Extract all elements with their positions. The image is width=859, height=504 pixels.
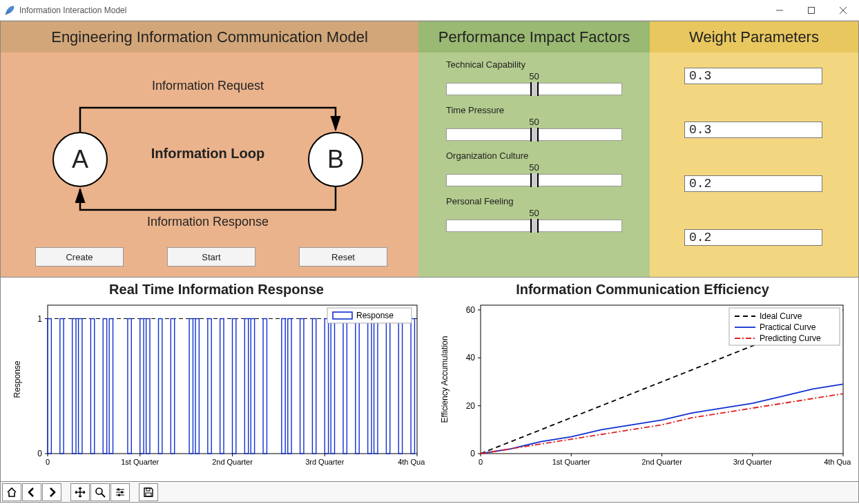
svg-rect-18 <box>128 319 131 454</box>
svg-rect-37 <box>343 319 347 454</box>
svg-rect-14 <box>79 319 82 454</box>
slider-technical-capability-track[interactable] <box>446 83 622 95</box>
svg-text:0: 0 <box>479 458 483 466</box>
svg-rect-13 <box>73 319 76 454</box>
svg-text:Efficiency Accumulation: Efficiency Accumulation <box>440 336 450 423</box>
app-content: Engineering Information Communication Mo… <box>0 21 859 503</box>
svg-rect-23 <box>189 319 193 454</box>
plots-area: Real Time Information Response 0101st Qu… <box>1 277 858 481</box>
slider-thumb[interactable] <box>530 128 539 142</box>
toolbar-back-icon[interactable] <box>22 483 41 501</box>
slider-time-pressure-track[interactable] <box>446 128 622 141</box>
svg-text:1st Quarter: 1st Quarter <box>121 458 159 466</box>
svg-text:40: 40 <box>466 353 476 362</box>
model-panel-header: Engineering Information Communication Mo… <box>1 21 418 52</box>
svg-rect-34 <box>312 319 316 454</box>
svg-rect-28 <box>244 319 248 454</box>
svg-rect-30 <box>263 319 267 454</box>
svg-text:Practical Curve: Practical Curve <box>760 322 816 332</box>
matplotlib-toolbar <box>1 481 858 502</box>
plot-efficiency-canvas[interactable]: 020406001st Quarter2nd Quarter3rd Quarte… <box>432 298 851 471</box>
slider-organization-culture-track[interactable] <box>446 174 622 186</box>
svg-rect-36 <box>331 319 334 454</box>
svg-rect-27 <box>233 319 236 454</box>
slider-time-pressure: Time Pressure 50 <box>446 105 622 141</box>
svg-rect-35 <box>325 319 328 454</box>
toolbar-configure-icon[interactable] <box>110 483 130 501</box>
weight-input-3[interactable]: 0.2 <box>684 175 822 192</box>
toolbar-home-icon[interactable] <box>2 483 21 501</box>
svg-rect-32 <box>288 319 291 454</box>
weight-input-1[interactable]: 0.3 <box>684 68 822 84</box>
svg-text:2nd Quarter: 2nd Quarter <box>641 458 682 466</box>
window-minimize-button[interactable] <box>764 0 795 21</box>
svg-rect-11 <box>48 319 51 454</box>
svg-rect-21 <box>159 319 162 454</box>
slider-thumb[interactable] <box>530 173 539 187</box>
reset-button[interactable]: Reset <box>299 247 387 266</box>
weight-input-4[interactable]: 0.2 <box>684 229 822 246</box>
svg-text:2nd Quarter: 2nd Quarter <box>212 458 253 466</box>
svg-rect-2 <box>809 7 815 13</box>
svg-rect-90 <box>117 488 119 490</box>
app-icon <box>4 5 15 16</box>
slider-thumb[interactable] <box>530 219 539 233</box>
slider-personal-feeling-track[interactable] <box>446 220 622 232</box>
svg-rect-39 <box>368 319 371 454</box>
label-information-request: Information Request <box>42 79 374 93</box>
svg-rect-38 <box>356 319 359 454</box>
plot-efficiency: Information Communication Efficiency 020… <box>432 280 853 481</box>
svg-text:4th Quarter: 4th Quarter <box>398 458 425 466</box>
plot-response-canvas[interactable]: 0101st Quarter2nd Quarter3rd Quarter4th … <box>6 298 425 471</box>
svg-rect-31 <box>282 319 285 454</box>
factors-panel: Performance Impact Factors Technical Cap… <box>418 21 650 277</box>
window-close-button[interactable] <box>827 0 859 21</box>
svg-text:0: 0 <box>470 449 475 458</box>
factors-panel-header: Performance Impact Factors <box>418 21 650 52</box>
slider-technical-capability: Technical Capability 50 <box>446 59 622 95</box>
svg-text:Predicting Curve: Predicting Curve <box>760 333 821 343</box>
svg-text:Ideal Curve: Ideal Curve <box>760 311 802 321</box>
svg-rect-26 <box>220 319 224 454</box>
svg-line-86 <box>102 494 105 497</box>
plot-response: Real Time Information Response 0101st Qu… <box>6 280 427 481</box>
start-button[interactable]: Start <box>167 247 255 266</box>
svg-rect-33 <box>300 319 304 454</box>
toolbar-forward-icon[interactable] <box>42 483 61 501</box>
svg-rect-15 <box>90 319 94 454</box>
svg-text:20: 20 <box>466 401 476 411</box>
label-information-loop: Information Loop <box>42 146 374 162</box>
svg-rect-17 <box>109 319 113 454</box>
window-title: Information Interaction Model <box>19 6 764 15</box>
svg-rect-24 <box>195 319 199 454</box>
svg-rect-94 <box>146 493 151 496</box>
svg-rect-42 <box>398 319 402 454</box>
svg-rect-22 <box>171 319 174 454</box>
model-panel: Engineering Information Communication Mo… <box>1 21 418 277</box>
svg-text:Response: Response <box>12 360 22 398</box>
svg-point-85 <box>96 488 102 494</box>
svg-rect-25 <box>208 319 211 454</box>
svg-text:Response: Response <box>356 311 394 320</box>
svg-rect-41 <box>386 319 389 454</box>
svg-text:0: 0 <box>46 458 50 466</box>
create-button[interactable]: Create <box>35 247 124 266</box>
svg-text:60: 60 <box>466 305 476 315</box>
svg-rect-19 <box>140 319 144 454</box>
svg-rect-40 <box>374 319 378 454</box>
toolbar-save-icon[interactable] <box>139 483 158 501</box>
toolbar-zoom-icon[interactable] <box>90 483 110 501</box>
slider-thumb[interactable] <box>530 82 539 96</box>
svg-rect-20 <box>146 319 150 454</box>
window-maximize-button[interactable] <box>795 0 827 21</box>
weights-panel-header: Weight Parameters <box>650 21 858 52</box>
svg-rect-91 <box>121 491 123 493</box>
weights-panel: Weight Parameters 0.3 0.3 0.2 0.2 <box>650 21 858 277</box>
svg-rect-43 <box>411 319 414 454</box>
svg-text:1: 1 <box>37 314 42 324</box>
information-loop-diagram: A B Information Request Information Loop… <box>42 87 374 232</box>
toolbar-pan-icon[interactable] <box>70 483 90 501</box>
svg-rect-12 <box>60 319 64 454</box>
slider-organization-culture: Organization Culture 50 <box>446 151 622 186</box>
weight-input-2[interactable]: 0.3 <box>684 122 822 138</box>
